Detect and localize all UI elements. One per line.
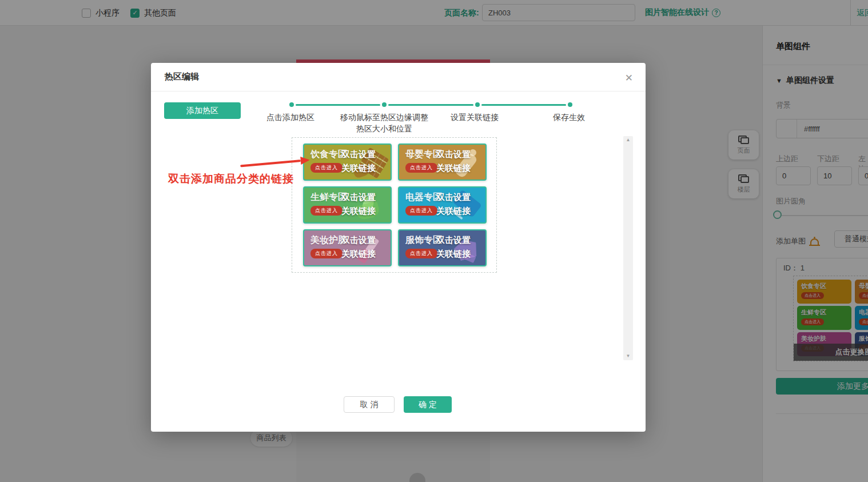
tile-overlay-hint: 双击设置 关联链接 <box>424 148 483 175</box>
hotzone-tile-beauty[interactable]: 美妆护肤 点击进入 双击设置 关联链接 <box>303 229 392 266</box>
step-segment <box>388 104 473 106</box>
hotzone-image-area: 饮食专区 点击进入 双击设置 关联链接 母婴专区 点击进入 双击设置 关联链接 … <box>292 137 497 273</box>
annotation-text: 双击添加商品分类的链接 <box>168 172 294 186</box>
tile-overlay-hint: 双击设置 关联链接 <box>329 148 388 175</box>
scroll-down-icon[interactable]: ▼ <box>626 354 631 358</box>
tile-overlay-hint: 双击设置 关联链接 <box>424 233 483 261</box>
close-icon[interactable]: ✕ <box>623 70 635 86</box>
step-label-3: 设置关联链接 <box>451 111 499 123</box>
scroll-up-icon[interactable]: ▲ <box>626 138 631 142</box>
add-hotzone-button[interactable]: 添加热区 <box>164 102 241 119</box>
step-dot <box>568 102 572 107</box>
step-label-2: 移动鼠标至热区边缘调整热区大小和位置 <box>340 111 429 134</box>
cancel-button[interactable]: 取 消 <box>344 396 395 413</box>
hotzone-tile-baby[interactable]: 母婴专区 点击进入 双击设置 关联链接 <box>398 144 487 181</box>
modal-header: 热区编辑 ✕ <box>151 63 646 91</box>
hotzone-edit-modal: 热区编辑 ✕ 添加热区 点击添加热区 移动鼠标至热区边缘调整热区大小和位置 设置… <box>151 63 646 432</box>
step-dot <box>289 102 294 107</box>
stepper <box>289 102 572 107</box>
tile-grid: 饮食专区 点击进入 双击设置 关联链接 母婴专区 点击进入 双击设置 关联链接 … <box>303 144 485 266</box>
tile-overlay-hint: 双击设置 关联链接 <box>329 190 388 218</box>
hotzone-tile-clothing[interactable]: 服饰专区 点击进入 双击设置 关联链接 <box>398 229 487 266</box>
step-label-1: 点击添加热区 <box>266 111 314 123</box>
hotzone-tile-fresh[interactable]: 生鲜专区 点击进入 双击设置 关联链接 <box>303 186 392 224</box>
confirm-button[interactable]: 确 定 <box>404 396 452 413</box>
modal-scrollbar[interactable]: ▲ ▼ <box>623 136 633 360</box>
step-segment <box>296 104 380 106</box>
step-segment <box>481 104 566 106</box>
hotzone-tile-electronics[interactable]: 电器专区 点击进入 双击设置 关联链接 <box>398 186 487 224</box>
step-dot <box>382 102 387 107</box>
step-dot <box>475 102 480 107</box>
step-label-4: 保存生效 <box>553 111 585 123</box>
tile-overlay-hint: 双击设置 关联链接 <box>424 190 483 218</box>
modal-title: 热区编辑 <box>165 71 199 82</box>
hotzone-tile-food[interactable]: 饮食专区 点击进入 双击设置 关联链接 <box>303 144 392 181</box>
tile-overlay-hint: 双击设置 关联链接 <box>329 233 388 261</box>
